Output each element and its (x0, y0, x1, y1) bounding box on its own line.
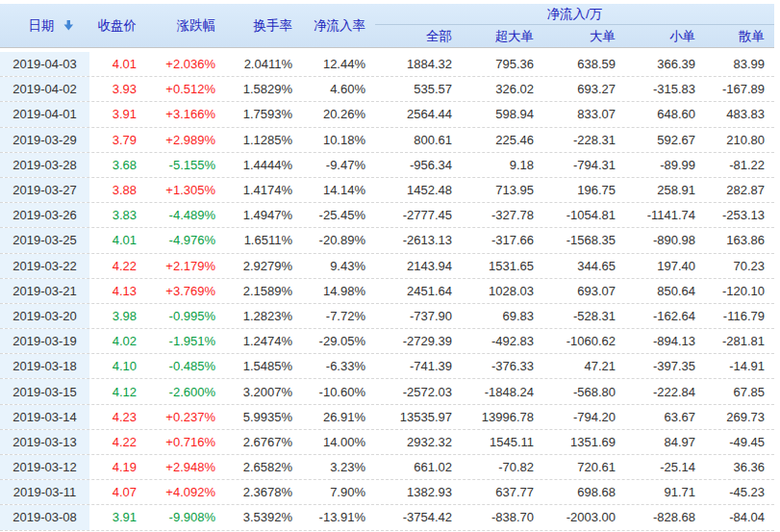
cell-inflow-all: 1884.32 (375, 57, 462, 71)
cell-date: 2019-03-26 (0, 203, 89, 227)
cell-change-pct: -5.155% (144, 158, 223, 172)
column-header-super-large[interactable]: 超大单 (462, 25, 543, 47)
cell-turnover: 3.5392% (223, 510, 300, 524)
cell-inflow-all: 800.61 (375, 133, 462, 147)
cell-inflow-rate: -9.47% (300, 158, 375, 172)
cell-inflow-small: 648.60 (625, 107, 705, 121)
cell-change-pct: -1.951% (144, 334, 223, 348)
cell-inflow-super-large: 1028.03 (462, 284, 543, 298)
cell-turnover: 2.9279% (223, 259, 300, 273)
cell-inflow-large: -1568.35 (543, 233, 625, 247)
table-row: 2019-03-12 4.19 +2.948% 2.6582% 3.23% 66… (0, 455, 774, 480)
cell-inflow-rate: -6.33% (300, 359, 375, 373)
table-row: 2019-03-29 3.79 +2.989% 1.1285% 10.18% 8… (0, 128, 774, 153)
cell-date: 2019-03-19 (0, 329, 89, 353)
table-row: 2019-03-27 3.88 +1.305% 1.4174% 14.14% 1… (0, 178, 774, 203)
cell-inflow-retail: -49.45 (705, 435, 774, 449)
cell-close-price: 3.68 (89, 158, 144, 172)
column-header-date[interactable]: 日期 (0, 4, 89, 47)
cell-turnover: 1.4444% (223, 158, 300, 172)
cell-turnover: 1.2823% (223, 309, 300, 323)
cell-inflow-retail: -116.79 (705, 309, 774, 323)
cell-inflow-large: 833.07 (543, 107, 625, 121)
cell-date: 2019-03-20 (0, 304, 89, 328)
cell-change-pct: -0.995% (144, 309, 223, 323)
cell-turnover: 1.1285% (223, 133, 300, 147)
column-header-close[interactable]: 收盘价 (89, 4, 144, 47)
cell-turnover: 2.1589% (223, 284, 300, 298)
cell-inflow-super-large: 1545.11 (462, 435, 543, 449)
column-header-inflow-rate[interactable]: 净流入率 (300, 4, 375, 47)
cell-change-pct: +2.948% (144, 460, 223, 474)
cell-inflow-large: 720.61 (543, 460, 625, 474)
cell-inflow-retail: 83.99 (705, 57, 774, 71)
table-row: 2019-03-22 4.22 +2.179% 2.9279% 9.43% 21… (0, 254, 774, 279)
cell-inflow-all: -2729.39 (375, 334, 462, 348)
cell-inflow-super-large: 326.02 (462, 82, 543, 96)
cell-close-price: 3.98 (89, 309, 144, 323)
cell-inflow-super-large: 69.83 (462, 309, 543, 323)
cell-inflow-retail: -45.23 (705, 485, 774, 499)
column-header-retail[interactable]: 散单 (705, 25, 774, 47)
column-header-turnover[interactable]: 换手率 (223, 4, 300, 47)
cell-inflow-small: -890.98 (625, 233, 705, 247)
cell-close-price: 4.19 (89, 460, 144, 474)
cell-close-price: 3.88 (89, 183, 144, 197)
cell-inflow-small: -315.83 (625, 82, 705, 96)
sort-desc-icon (63, 19, 75, 32)
cell-change-pct: +1.305% (144, 183, 223, 197)
cell-inflow-rate: -20.89% (300, 233, 375, 247)
cell-inflow-super-large: 598.94 (462, 107, 543, 121)
cell-turnover: 2.3678% (223, 485, 300, 499)
cell-inflow-all: 661.02 (375, 460, 462, 474)
table-row: 2019-03-19 4.02 -1.951% 1.2474% -29.05% … (0, 329, 774, 354)
cell-inflow-retail: -120.10 (705, 284, 774, 298)
cell-turnover: 3.2007% (223, 385, 300, 399)
cell-close-price: 4.07 (89, 485, 144, 499)
cell-inflow-retail: 70.23 (705, 259, 774, 273)
cell-inflow-small: 850.64 (625, 284, 705, 298)
cell-close-price: 3.93 (89, 82, 144, 96)
cell-inflow-retail: -14.91 (705, 359, 774, 373)
cell-close-price: 3.83 (89, 208, 144, 222)
cell-turnover: 1.4174% (223, 183, 300, 197)
cell-inflow-large: 47.21 (543, 359, 625, 373)
cell-change-pct: +3.769% (144, 284, 223, 298)
cell-inflow-all: 1452.48 (375, 183, 462, 197)
cell-date: 2019-03-29 (0, 128, 89, 152)
cell-inflow-retail: -281.81 (705, 334, 774, 348)
data-table: 日期 收盘价 涨跌幅 换手率 净流入率 净流入/万 全部 超大单 大单 小单 散… (0, 4, 774, 531)
cell-change-pct: -2.600% (144, 385, 223, 399)
column-header-small[interactable]: 小单 (625, 25, 705, 47)
cell-inflow-rate: 12.44% (300, 57, 375, 71)
cell-inflow-large: 698.68 (543, 485, 625, 499)
cell-inflow-retail: -253.13 (705, 208, 774, 222)
cell-close-price: 3.91 (89, 510, 144, 524)
cell-turnover: 2.0411% (223, 57, 300, 71)
table-row: 2019-03-18 4.10 -0.485% 1.5485% -6.33% -… (0, 354, 774, 379)
cell-inflow-retail: 269.73 (705, 410, 774, 424)
cell-inflow-super-large: -376.33 (462, 359, 543, 373)
cell-inflow-large: -2003.00 (543, 510, 625, 524)
column-header-all[interactable]: 全部 (375, 25, 462, 47)
cell-inflow-rate: 14.00% (300, 435, 375, 449)
column-header-large[interactable]: 大单 (543, 25, 625, 47)
cell-change-pct: +0.716% (144, 435, 223, 449)
table-header: 日期 收盘价 涨跌幅 换手率 净流入率 净流入/万 全部 超大单 大单 小单 散… (0, 4, 774, 48)
table-row: 2019-03-14 4.23 +0.237% 5.9935% 26.91% 1… (0, 405, 774, 430)
table-row: 2019-03-21 4.13 +3.769% 2.1589% 14.98% 2… (0, 279, 774, 304)
cell-change-pct: +2.179% (144, 259, 223, 273)
cell-inflow-small: 258.91 (625, 183, 705, 197)
cell-inflow-retail: 282.87 (705, 183, 774, 197)
cell-inflow-rate: 26.91% (300, 410, 375, 424)
cell-inflow-super-large: -317.66 (462, 233, 543, 247)
column-header-change[interactable]: 涨跌幅 (144, 4, 223, 47)
cell-inflow-retail: -167.89 (705, 82, 774, 96)
cell-inflow-small: -222.84 (625, 385, 705, 399)
cell-date: 2019-03-14 (0, 405, 89, 429)
cell-inflow-small: -89.99 (625, 158, 705, 172)
cell-inflow-small: -162.64 (625, 309, 705, 323)
cell-inflow-rate: 14.98% (300, 284, 375, 298)
cell-inflow-rate: -10.60% (300, 385, 375, 399)
cell-inflow-rate: 7.90% (300, 485, 375, 499)
